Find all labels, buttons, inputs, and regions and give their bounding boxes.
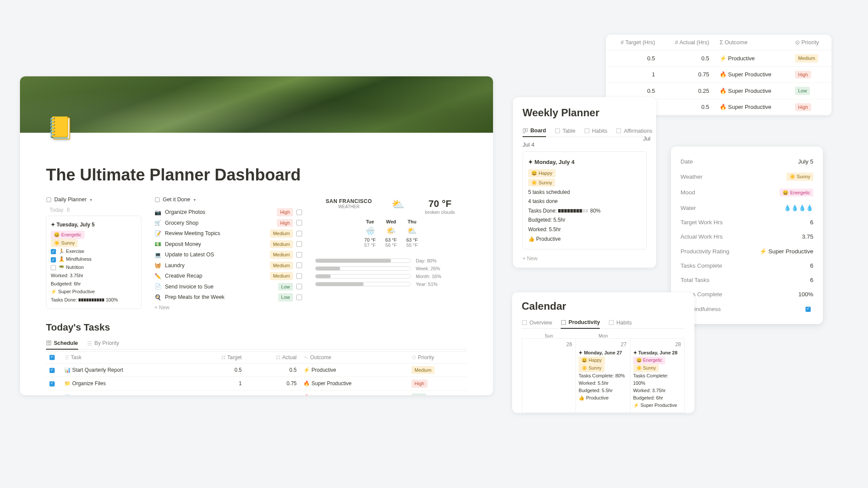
- todo-checkbox[interactable]: [296, 284, 302, 289]
- cal-event[interactable]: ✦ Tuesday, June 28 😄 Energetic ☀️ Sunny …: [633, 349, 682, 409]
- tab-cal-habits[interactable]: Habits: [608, 317, 631, 328]
- calendar-cell[interactable]: 28 ✦ Tuesday, June 28 😄 Energetic ☀️ Sun…: [631, 338, 685, 413]
- todays-tasks-heading: Today's Tasks: [46, 322, 467, 333]
- detail-row: DateJuly 5: [681, 154, 813, 169]
- weather-sub: WEATHER: [315, 204, 383, 209]
- todo-checkbox[interactable]: [296, 210, 302, 215]
- tab-schedule[interactable]: Schedule: [46, 337, 78, 350]
- todo-row[interactable]: 🧺LaundryMedium: [155, 260, 302, 271]
- weekly-day-label: Jul 4: [523, 141, 647, 148]
- todo-checkbox[interactable]: [296, 252, 302, 258]
- today-header: Today6: [46, 207, 141, 213]
- tab-by-priority[interactable]: By Priority: [87, 337, 119, 349]
- forecast-day: Thu⛅63 °F55 °F: [406, 219, 418, 248]
- progress-row: Week: 26%: [315, 266, 467, 271]
- todo-row[interactable]: 🍳Prep Meals for the WeekLow: [155, 292, 302, 303]
- progress-row: Month: 16%: [315, 274, 467, 279]
- habit-row[interactable]: 🏃 Exercise: [51, 247, 137, 255]
- page-icon[interactable]: 📒: [47, 115, 74, 141]
- weekly-tabs: Board Table Habits Affirmations: [523, 125, 647, 137]
- main-dashboard: The Ultimate Planner Dashboard Daily Pla…: [20, 76, 493, 395]
- detail-row: Mood😄 Energetic: [681, 185, 813, 201]
- stat-tasksdone: Tasks Done: 100%: [51, 296, 137, 304]
- weather-now-temp: 70 °F: [413, 198, 467, 210]
- progress-row: Year: 51%: [315, 282, 467, 287]
- forecast-day: Tue🌧️70 °F57 °F: [364, 219, 375, 248]
- habit-row[interactable]: 🥗 Nutrition: [51, 263, 137, 272]
- todo-row[interactable]: 📝Review Meeting TopicsMedium: [155, 228, 302, 239]
- page-title: The Ultimate Planner Dashboard: [46, 166, 467, 184]
- task-row[interactable]: 📊 Start Quarterly Report0.50.5⚡ Producti…: [46, 363, 467, 377]
- svg-point-3: [412, 356, 416, 359]
- weather-now-cond: broken clouds: [413, 210, 467, 215]
- calendar-panel: Calendar Overview Productivity Habits Su…: [512, 292, 694, 413]
- detail-row: Weather☀️ Sunny: [681, 169, 813, 185]
- tab-board[interactable]: Board: [523, 125, 546, 137]
- stat-budgeted: Budgeted: 6hr: [51, 280, 137, 288]
- progress-row: Day: 80%: [315, 258, 467, 263]
- svg-rect-6: [556, 129, 560, 133]
- detail-row: Total Tasks6: [681, 273, 813, 287]
- tasks-table: Task Target Actual Outcome Priority 📊 St…: [46, 351, 467, 396]
- todo-checkbox[interactable]: [296, 273, 302, 279]
- todo-row[interactable]: 📄Send Invoice to SueLow: [155, 282, 302, 292]
- weekly-day-card[interactable]: ✦ Monday, July 4 😄 Happy ☀️ Sunny 5 task…: [523, 151, 647, 249]
- habit-row[interactable]: 🧘 Mindfulness: [51, 255, 137, 263]
- calendar-cell[interactable]: 27 ✦ Monday, June 27 😄 Happy ☀️ Sunny Ta…: [576, 338, 630, 413]
- tab-productivity[interactable]: Productivity: [561, 317, 600, 329]
- detail-row: Target Work Hrs6: [681, 215, 813, 229]
- day-card[interactable]: ✦ Tuesday, July 5 😄 Energetic ☀️ Sunny 🏃…: [46, 216, 141, 309]
- calendar-tabs: Overview Productivity Habits: [522, 317, 685, 329]
- weekly-title: Weekly Planner: [523, 107, 647, 119]
- detail-row: Actual Work Hrs3.75: [681, 229, 813, 244]
- daily-planner-dropdown[interactable]: Daily Planner: [46, 197, 141, 203]
- svg-rect-4: [523, 128, 525, 133]
- weekly-planner-panel: Weekly Planner Board Table Habits Affirm…: [513, 97, 656, 268]
- todo-checkbox[interactable]: [296, 241, 302, 247]
- weekly-next-day: Jul: [643, 131, 661, 145]
- detail-row: Tasks Complete100%: [681, 287, 813, 301]
- svg-rect-10: [562, 320, 566, 324]
- todo-row[interactable]: 📷Organize PhotosHigh: [155, 207, 302, 218]
- todo-row[interactable]: 💵Deposit MoneyMedium: [155, 239, 302, 250]
- weekly-new-button[interactable]: + New: [523, 254, 647, 262]
- get-it-done-dropdown[interactable]: Get it Done: [155, 197, 302, 203]
- select-all-checkbox[interactable]: [49, 355, 55, 360]
- weather-now-icon: ⛅: [391, 198, 404, 215]
- mini-row: 0.50.25🔥 Super ProductiveLow: [606, 83, 832, 99]
- daily-planner-col: Daily Planner Today6 ✦ Tuesday, July 5 😄…: [46, 197, 141, 311]
- get-it-done-col: Get it Done 📷Organize PhotosHigh🛒Grocery…: [155, 197, 302, 311]
- todo-checkbox[interactable]: [296, 231, 302, 236]
- cover-image: [20, 76, 493, 133]
- task-tabs: Schedule By Priority: [46, 337, 467, 350]
- todo-row[interactable]: 💻Update to Latest OSMedium: [155, 249, 302, 260]
- detail-row: Water💧💧💧💧: [681, 200, 813, 215]
- mini-row: 10.75🔥 Super ProductiveHigh: [606, 66, 832, 83]
- svg-rect-5: [526, 128, 527, 131]
- forecast-day: Wed🌤️63 °F56 °F: [385, 219, 397, 248]
- task-row[interactable]: 📄 Send Invoice to Sue0.50.25🔥 Super Prod…: [46, 390, 467, 395]
- tab-overview[interactable]: Overview: [522, 317, 552, 328]
- tab-habits[interactable]: Habits: [584, 125, 607, 137]
- todo-checkbox[interactable]: [296, 220, 302, 226]
- calendar-cell[interactable]: 26: [522, 338, 576, 413]
- weather-city: SAN FRANCISCO: [315, 198, 383, 204]
- todo-row[interactable]: 🛒Grocery ShopHigh: [155, 218, 302, 229]
- task-row[interactable]: 📁 Organize Files10.75🔥 Super ProductiveH…: [46, 377, 467, 391]
- stat-rating: ⚡ Super Productive: [51, 288, 137, 296]
- day-card-title: ✦ Tuesday, July 5: [51, 220, 137, 229]
- weather-tag: ☀️ Sunny: [51, 239, 78, 247]
- todo-checkbox[interactable]: [296, 295, 302, 300]
- mood-tag: 😄 Energetic: [51, 231, 85, 239]
- cal-event[interactable]: ✦ Monday, June 27 😄 Happy ☀️ Sunny Tasks…: [579, 349, 627, 402]
- new-task-button[interactable]: + New: [155, 303, 302, 311]
- weather-col: SAN FRANCISCO WEATHER ⛅ 70 °F broken clo…: [315, 197, 467, 311]
- svg-rect-0: [47, 197, 51, 202]
- calendar-title: Calendar: [522, 300, 685, 312]
- svg-rect-2: [47, 341, 51, 345]
- todo-row[interactable]: ✏️Creative RecapMedium: [155, 271, 302, 282]
- tab-table[interactable]: Table: [555, 125, 575, 137]
- mini-row: 0.50.5⚡ ProductiveMedium: [606, 50, 832, 67]
- todo-checkbox[interactable]: [296, 262, 302, 268]
- detail-row: 🧘 Mindfulness: [681, 301, 813, 316]
